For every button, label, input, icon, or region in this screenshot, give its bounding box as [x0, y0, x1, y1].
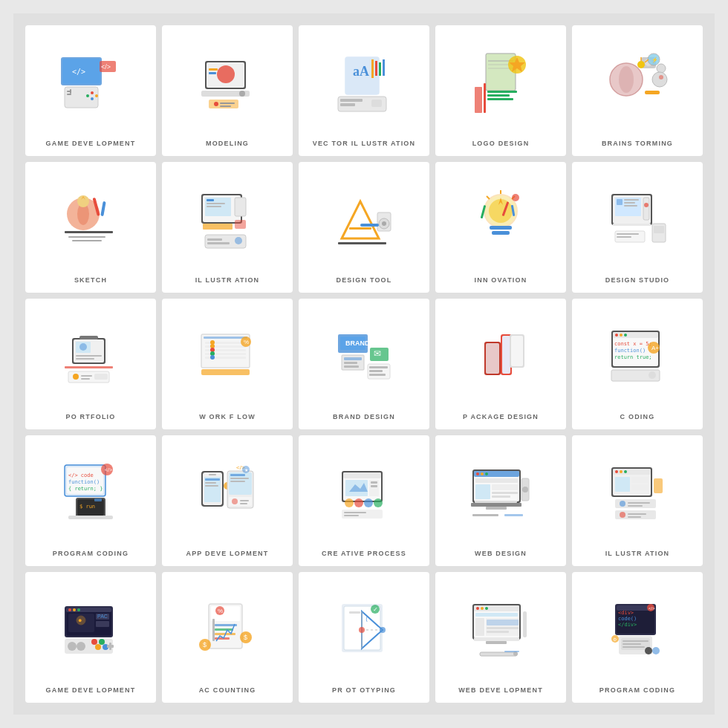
svg-rect-40: [475, 87, 482, 113]
svg-rect-318: [480, 652, 517, 656]
card-creative-process[interactable]: CRE ATIVE PROCESS: [299, 435, 429, 566]
svg-point-52: [652, 72, 667, 87]
svg-rect-86: [338, 242, 386, 244]
svg-rect-32: [340, 103, 355, 106]
svg-rect-66: [72, 240, 102, 241]
icon-web-design: [440, 441, 562, 545]
card-package-design[interactable]: P ACKAGE DESIGN: [435, 299, 566, 429]
card-brand-design[interactable]: BRAND ✉ BRAND DESIGN: [299, 299, 429, 429]
svg-point-166: [624, 334, 627, 337]
label-package-design: P ACKAGE DESIGN: [463, 412, 539, 422]
card-logo-design[interactable]: LOGO DESIGN: [435, 25, 566, 156]
svg-rect-315: [474, 637, 519, 641]
svg-rect-28: [379, 62, 381, 76]
svg-text:<div>: <div>: [618, 610, 634, 616]
svg-rect-200: [230, 481, 245, 482]
icon-accounting: % $ $: [166, 578, 288, 681]
label-accounting: AC COUNTING: [199, 686, 256, 695]
svg-point-306: [476, 607, 479, 610]
svg-point-245: [624, 470, 627, 473]
card-game-development-1[interactable]: </> </> GAME DEVE LOPMENT: [25, 25, 156, 156]
icon-prototyping: ⟨ ✓: [303, 578, 425, 681]
card-program-coding-2[interactable]: <div> code() </div> </> ⚙ PROGRAM CODING: [572, 572, 703, 703]
svg-rect-333: [623, 646, 645, 648]
svg-rect-148: [344, 365, 359, 368]
card-web-design[interactable]: WEB DESIGN: [435, 435, 566, 566]
label-game-development-2: GAME DEVE LOPMENT: [46, 686, 136, 695]
svg-rect-253: [628, 505, 643, 507]
svg-line-92: [487, 196, 490, 199]
card-game-development-2[interactable]: ● PAC GAME DEVE LOPMENT: [25, 572, 156, 703]
svg-rect-123: [94, 374, 108, 380]
svg-point-55: [637, 61, 645, 68]
card-app-development[interactable]: </> ★ APP DEVE LOPMENT: [162, 435, 293, 566]
card-vector-illustration[interactable]: aA VEC TOR IL LUSTR ATION: [299, 25, 429, 156]
card-accounting[interactable]: % $ $ AC COUNTING: [162, 572, 293, 703]
svg-rect-119: [76, 355, 102, 357]
svg-rect-16: [209, 68, 218, 71]
icon-creative-process: [303, 441, 425, 545]
card-illustration-2[interactable]: IL LUSTR ATION: [572, 435, 703, 566]
svg-rect-5: [67, 94, 71, 95]
card-design-studio[interactable]: DESIGN STUDIO: [572, 162, 703, 293]
svg-rect-102: [617, 199, 623, 205]
card-coding[interactable]: const x = 5; function() return true; A+ …: [572, 299, 703, 429]
card-design-tool[interactable]: DESIGN TOOL: [299, 162, 429, 293]
svg-point-8: [86, 94, 89, 97]
card-modeling[interactable]: MODELING: [162, 25, 293, 156]
icon-illustration: [166, 168, 288, 271]
svg-rect-268: [96, 621, 109, 627]
label-sketch: SKETCH: [74, 276, 107, 285]
svg-point-202: [232, 498, 238, 504]
svg-point-227: [485, 472, 488, 475]
card-brainstorming[interactable]: ⚡ BRAINS TORMING: [572, 25, 703, 156]
card-web-development[interactable]: WEB DEVE LOPMENT: [435, 572, 566, 703]
svg-rect-184: [94, 498, 102, 501]
svg-rect-233: [475, 501, 517, 503]
svg-rect-204: [240, 503, 247, 504]
svg-rect-238: [504, 514, 523, 516]
svg-point-243: [615, 470, 618, 473]
label-vector-illustration: VEC TOR IL LUSTR ATION: [313, 139, 416, 149]
svg-rect-239: [472, 514, 498, 516]
svg-rect-332: [623, 643, 641, 645]
svg-rect-229: [475, 484, 490, 499]
svg-rect-85: [360, 224, 379, 227]
svg-point-165: [620, 334, 623, 337]
svg-rect-126: [81, 378, 90, 380]
svg-point-335: [652, 647, 660, 654]
svg-rect-316: [486, 641, 507, 644]
icon-sketch: [30, 168, 152, 271]
icon-app-development: </> ★: [166, 441, 288, 545]
card-portfolio[interactable]: PO RTFOLIO: [25, 299, 156, 429]
svg-point-19: [239, 91, 245, 97]
svg-text:$: $: [203, 641, 207, 649]
label-logo-design: LOGO DESIGN: [472, 139, 530, 149]
card-sketch[interactable]: SKETCH: [25, 162, 156, 293]
svg-text:⚙: ⚙: [613, 637, 617, 642]
card-workflow[interactable]: % W ORK F LOW: [162, 299, 293, 429]
svg-rect-75: [235, 220, 246, 229]
svg-point-46: [619, 66, 634, 93]
svg-text:$: $: [244, 634, 247, 641]
svg-rect-280: [211, 606, 240, 621]
svg-rect-210: [343, 472, 381, 478]
svg-rect-104: [624, 202, 635, 204]
svg-rect-247: [631, 477, 648, 483]
card-illustration[interactable]: IL LUSTR ATION: [162, 162, 293, 293]
svg-text:const x = 5;: const x = 5;: [614, 341, 652, 347]
card-prototyping[interactable]: ⟨ ✓ PR OT OTYPING: [299, 572, 429, 703]
svg-text:</>: </>: [72, 68, 85, 76]
svg-text:</div>: </div>: [618, 622, 637, 628]
card-program-coding-1[interactable]: </> code function() { return; } $ run </…: [25, 435, 156, 566]
svg-text:⚡: ⚡: [651, 56, 658, 63]
svg-point-173: [649, 371, 656, 379]
card-innovation[interactable]: INN OVATION: [435, 162, 566, 293]
label-app-development: APP DEVE LOPMENT: [186, 549, 268, 559]
svg-rect-74: [203, 224, 233, 230]
svg-rect-191: [205, 478, 220, 481]
svg-point-15: [217, 65, 235, 83]
icon-coding: const x = 5; function() return true; A+: [576, 305, 698, 408]
svg-point-21: [214, 102, 218, 106]
svg-rect-183: [68, 516, 113, 519]
